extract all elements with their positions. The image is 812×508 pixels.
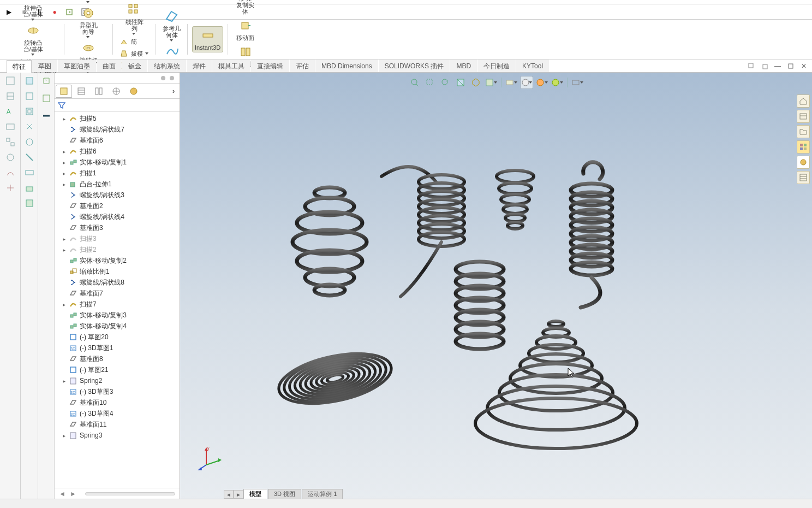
lt1-btn-1[interactable] [4,75,16,87]
lt3-btn-1[interactable] [40,75,52,87]
feature-node[interactable]: 基准面3 [56,222,180,233]
expand-icon[interactable]: ▸ [61,116,67,122]
move-face-button[interactable]: 移动面 [234,17,256,42]
expand-icon[interactable]: ▸ [61,302,67,308]
feature-node[interactable]: 基准面8 [56,353,180,364]
doc-tab-next[interactable]: ► [234,490,243,499]
feature-node[interactable]: 实体-移动/复制2 [56,255,180,266]
ribbon-tab-2[interactable]: 草图油墨 [58,60,96,72]
lt2-btn-4[interactable] [23,121,35,133]
next-doc-button[interactable] [761,62,768,70]
prev-doc-button[interactable] [748,62,755,70]
feature-node[interactable]: 螺旋线/涡状线7 [56,124,180,135]
feature-node[interactable]: ▸扫描3 [56,233,180,244]
feature-node[interactable]: ▸实体-移动/复制1 [56,157,180,168]
feature-node[interactable]: 螺旋线/涡状线8 [56,277,180,288]
lt1-btn-6[interactable] [4,151,16,163]
extrude-boss-button[interactable]: 拉伸凸 台/基体 [21,0,45,22]
ribbon-tab-4[interactable]: 钣金 [122,60,147,72]
doc-tab-0[interactable]: 模型 [243,489,267,499]
move-copy-body-button[interactable]: 移动/ 复制实 体 [234,0,256,16]
ribbon-tab-8[interactable]: 直接编辑 [251,60,289,72]
feature-node[interactable]: 3D(-) 3D草图3 [56,386,180,397]
expand-icon[interactable]: ▸ [61,170,67,176]
lt1-btn-5[interactable] [4,136,16,148]
lt2-btn-3[interactable] [23,105,35,117]
hole-wizard-button[interactable]: 异型孔 向导 [77,4,100,39]
expand-icon[interactable]: ▸ [61,378,67,384]
minimize-button[interactable]: — [774,62,781,70]
graphics-viewport[interactable]: y ◄ ► 模型3D 视图运动算例 1 [180,73,812,499]
fm-tab-dim[interactable] [108,85,124,98]
ribbon-tab-7[interactable]: 模具工具 [212,60,250,72]
lt1-btn-7[interactable] [4,167,16,179]
fm-tab-appearance[interactable] [126,85,142,98]
fm-tab-tree[interactable] [56,85,72,98]
revolve-boss-button[interactable]: 旋转凸 台/基体 [21,22,45,57]
lt2-btn-2[interactable] [23,90,35,102]
feature-node[interactable]: 基准面2 [56,200,180,211]
feature-node[interactable]: 螺旋线/涡状线4 [56,211,180,222]
ribbon-tab-5[interactable]: 结构系统 [148,60,186,72]
feature-node[interactable]: ▸扫描5 [56,113,180,124]
feature-node[interactable]: ▸Spring2 [56,375,180,386]
feature-tree[interactable]: ▸扫描5 螺旋线/涡状线7 基准面6▸扫描6▸实体-移动/复制1▸扫描1▸凸台-… [55,112,180,488]
doc-tab-1[interactable]: 3D 视图 [268,489,301,499]
feature-node[interactable]: ▸扫描2 [56,244,180,255]
feature-node[interactable]: 基准面11 [56,419,180,430]
feature-node[interactable]: 基准面7 [56,288,180,299]
lt2-btn-5[interactable] [23,136,35,148]
lt1-btn-4[interactable] [4,121,16,133]
feature-node[interactable]: 实体-移动/复制3 [56,310,180,321]
lt2-btn-6[interactable] [23,151,35,163]
feature-node[interactable]: ▸凸台-拉伸1 [56,179,180,190]
doc-tab-prev[interactable]: ◄ [224,490,234,499]
feature-node[interactable]: 螺旋线/涡状线3 [56,190,180,200]
feature-node[interactable]: (-) 草图20 [56,332,180,342]
ribbon-tab-9[interactable]: 评估 [290,60,315,72]
doc-tab-2[interactable]: 运动算例 1 [302,489,343,499]
fm-tab-property[interactable] [73,85,89,98]
lt1-btn-8[interactable] [4,182,16,194]
macro-step-button[interactable] [64,7,75,17]
ribbon-tab-11[interactable]: SOLIDWORKS 插件 [379,60,450,72]
expand-icon[interactable]: ▸ [61,236,67,242]
view-triad[interactable]: y [196,444,224,471]
rollback-bar[interactable] [85,492,175,495]
ref-geometry-button[interactable]: 参考几 何体 [160,8,183,43]
rib-button[interactable]: 筋 [117,36,151,47]
expand-icon[interactable]: ▸ [61,181,67,187]
extrude-cut-button[interactable]: 拉伸切 除 [77,0,100,4]
ribbon-tab-0[interactable]: 特征 [7,60,32,73]
ribbon-tab-12[interactable]: MBD [450,60,477,72]
macro-record-button[interactable]: ● [49,7,60,17]
lt3-btn-2[interactable] [40,92,52,104]
feature-node[interactable]: (-) 草图21 [56,364,180,375]
lt2-btn-9[interactable] [23,197,35,209]
expand-icon[interactable]: ▸ [61,160,67,166]
feature-node[interactable]: 基准面10 [56,397,180,408]
draft-button[interactable]: 拔模 [117,48,151,59]
feature-node[interactable]: ▸扫描7 [56,299,180,310]
lt2-btn-8[interactable] [23,182,35,194]
pattern-button[interactable]: 线性阵 列 [123,1,146,36]
ribbon-tab-14[interactable]: KYTool [516,60,549,72]
fm-tab-more[interactable]: › [169,85,178,98]
maximize-button[interactable] [787,62,795,70]
instant3d-button[interactable]: Instant3D [192,26,223,52]
close-button[interactable]: ✕ [800,62,808,70]
ribbon-tab-6[interactable]: 焊件 [187,60,212,72]
ribbon-tab-10[interactable]: MBD Dimensions [315,60,378,72]
feature-node[interactable]: 3D(-) 3D草图1 [56,342,180,353]
expand-icon[interactable]: ▸ [61,149,67,155]
macro-play-button[interactable]: ▶ [3,7,14,17]
feature-node[interactable]: 基准面6 [56,135,180,146]
fm-tab-config[interactable] [91,85,107,98]
feature-node[interactable]: 实体-移动/复制4 [56,321,180,332]
lt1-btn-2[interactable] [4,90,16,102]
ribbon-tab-3[interactable]: 曲面 [97,60,122,72]
feature-node[interactable]: ▸扫描1 [56,168,180,179]
feature-node[interactable]: ▸Spring3 [56,430,180,441]
ribbon-tab-13[interactable]: 今日制造 [477,60,516,72]
expand-icon[interactable]: ▸ [61,433,67,439]
